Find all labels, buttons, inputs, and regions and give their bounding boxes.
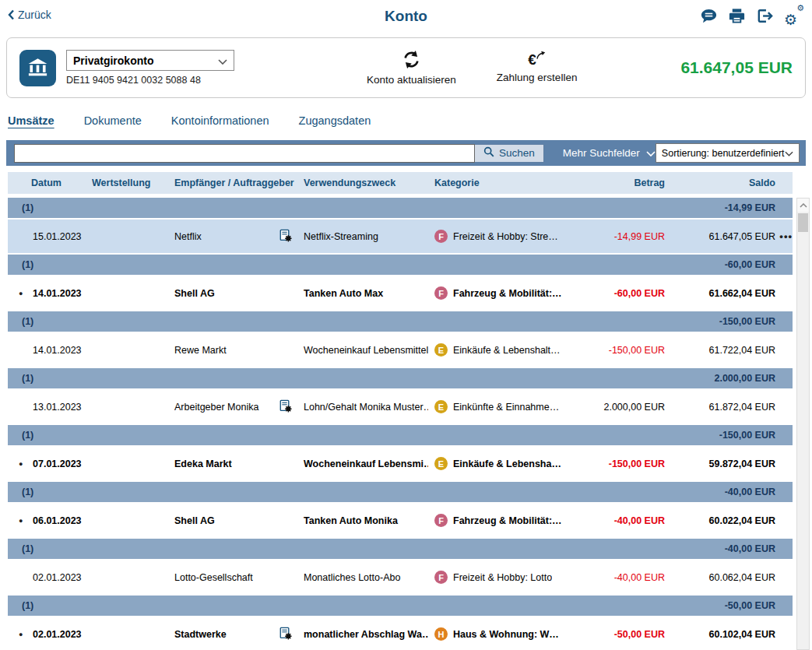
search-button-label: Suchen [499,147,535,159]
transaction-row[interactable]: 15.01.2023 Netflix Netflix- [8,220,793,253]
refresh-icon [402,50,421,72]
tx-amount: -50,00 EUR [565,629,665,640]
tx-saldo: 61.647,05 EUR [665,231,775,242]
scrollbar-thumb[interactable] [798,213,808,232]
create-payment-button[interactable]: € Zahlung erstellen [497,50,578,86]
tx-amount: 2.000,00 EUR [565,402,665,413]
document-gear-icon[interactable] [279,627,292,642]
tx-amount: -40,00 EUR [565,572,665,583]
tab-dokumente[interactable]: Dokumente [84,114,142,129]
account-card: Privatgirokonto DE11 9405 9421 0032 5088… [6,37,806,98]
search-icon [483,146,494,160]
topbar: Zurück Konto ⚙ [0,0,812,33]
scroll-up-button[interactable] [797,199,809,212]
category-letter-icon: F [434,514,448,527]
tab-zugangsdaten[interactable]: Zugangsdaten [299,114,371,129]
export-icon[interactable] [756,7,774,25]
group-subtotal: -50,00 EUR [725,600,775,611]
vertical-scrollbar[interactable] [796,198,810,650]
tx-date: 06.01.2023 [31,515,92,526]
group-row[interactable]: (1) 2.000,00 EUR [8,368,793,388]
refresh-account-button[interactable]: Konto aktualisieren [367,50,456,86]
transaction-row[interactable]: ● 07.01.2023 Edeka Markt [8,447,793,480]
tx-amount: -60,00 EUR [565,288,665,299]
group-count: (1) [22,202,33,213]
transaction-row[interactable]: ● 06.01.2023 Shell AG T [8,504,793,537]
more-search-fields-toggle[interactable]: Mehr Suchfelder [563,147,656,159]
tx-payee: Stadtwerke [174,629,272,640]
tx-payee: Netflix [174,231,272,242]
tx-purpose: Wocheneinkauf Lebensmittel [299,345,428,356]
chevron-down-icon [646,147,656,159]
tx-purpose: Tanken Auto Max [299,288,428,299]
column-header-datum[interactable]: Datum [31,177,92,188]
column-header-kategorie[interactable]: Kategorie [428,177,565,188]
sort-select[interactable]: Sortierung: benutzerdefiniert [656,143,800,163]
group-subtotal: -14,99 EUR [725,202,775,213]
group-row[interactable]: (1) -60,00 EUR [8,255,793,275]
tx-saldo: 60.062,04 EUR [665,572,775,583]
account-select[interactable]: Privatgirokonto [66,50,234,71]
transaction-row[interactable]: ● 14.01.2023 Shell AG T [8,276,793,310]
tx-category: H Haus & Wohnung: W… [428,627,565,641]
category-label: Fahrzeug & Mobilität:… [453,288,562,299]
tx-purpose: Wocheneinkauf Lebensmi… [299,459,428,469]
comment-icon[interactable] [700,7,718,25]
tx-category: E Einkäufe & Lebensha… [428,457,565,470]
account-actions: Konto aktualisieren € Zahlung erstellen [367,50,577,86]
tx-payee: Rewe Markt [174,345,272,356]
column-header-verwendungszweck[interactable]: Verwendungszweck [299,177,428,188]
group-count: (1) [22,543,33,554]
tx-category: E Einkäufe & Lebenshalt… [428,343,565,357]
tx-saldo: 61.662,04 EUR [665,288,775,299]
group-count: (1) [22,259,33,270]
transaction-row[interactable]: ● 02.01.2023 Stadtwerke [8,617,793,650]
tx-doc-cell [272,399,299,415]
print-icon[interactable] [728,7,746,25]
search-input[interactable] [14,144,475,163]
transaction-row[interactable]: 13.01.2023 Arbeitgeber Monika [8,390,793,423]
bank-icon [19,50,56,86]
tx-saldo: 60.102,04 EUR [665,629,775,640]
settings-gears-icon[interactable]: ⚙ ⚙ [784,6,803,25]
transaction-row[interactable]: 14.01.2023 Rewe Markt Woche [8,333,793,367]
transaction-row[interactable]: 02.01.2023 Lotto-Gesellschaft [8,560,793,594]
back-button[interactable]: Zurück [8,9,51,21]
tab-kontoinformationen[interactable]: Kontoinformationen [171,114,269,129]
group-row[interactable]: (1) -150,00 EUR [8,425,793,445]
account-info: Privatgirokonto DE11 9405 9421 0032 5088… [66,50,234,86]
tx-payee: Shell AG [174,288,272,299]
chevron-down-icon [785,148,793,159]
group-subtotal: -150,00 EUR [719,430,775,441]
search-button[interactable]: Suchen [475,144,544,163]
group-row[interactable]: (1) -14,99 EUR [8,198,793,218]
group-row[interactable]: (1) -150,00 EUR [8,311,793,332]
document-gear-icon[interactable] [279,399,292,415]
column-header-wertstellung[interactable]: Wertstellung [92,177,174,188]
category-letter-icon: F [434,571,448,584]
document-gear-icon[interactable] [279,229,292,244]
category-label: Einkäufe & Lebensha… [453,459,561,469]
tx-payee: Edeka Markt [174,459,272,469]
tx-category: F Freizeit & Hobby: Lotto [428,571,565,584]
refresh-label: Konto aktualisieren [367,74,456,86]
category-label: Freizeit & Hobby: Stre… [453,231,558,242]
group-row[interactable]: (1) -40,00 EUR [8,482,793,502]
group-row[interactable]: (1) -50,00 EUR [8,596,793,616]
group-count: (1) [22,600,33,611]
column-header-betrag[interactable]: Betrag [565,177,665,188]
group-row[interactable]: (1) -40,00 EUR [8,539,793,559]
tx-category: F Fahrzeug & Mobilität:… [428,286,565,300]
euro-arrow-icon: € [528,50,546,69]
row-menu-button[interactable]: ••• [775,230,793,242]
column-header-saldo[interactable]: Saldo [665,177,775,188]
tab-umsaetze[interactable]: Umsätze [8,114,54,129]
column-header-empfaenger[interactable]: Empfänger / Auftraggeber [174,177,299,188]
tx-doc-cell [272,286,299,301]
table-body-wrap: (1) -14,99 EUR 15.01.2023 Netflix [8,198,812,650]
tx-purpose: Tanken Auto Monika [299,515,428,526]
account-name: Privatgirokonto [73,54,153,67]
group-count: (1) [22,316,33,327]
tx-date: 02.01.2023 [31,629,92,640]
category-letter-icon: E [434,457,448,470]
